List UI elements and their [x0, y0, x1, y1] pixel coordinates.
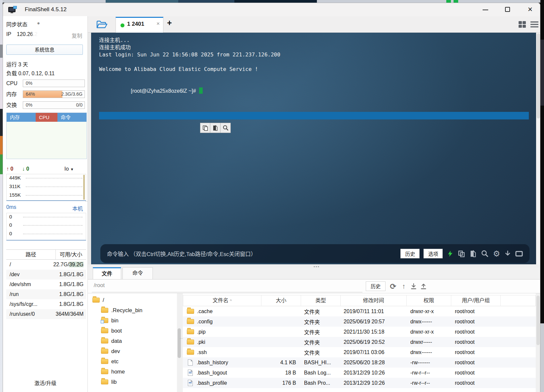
- col-perm[interactable]: 权限: [407, 295, 451, 306]
- refresh-button[interactable]: ⟳: [389, 282, 397, 291]
- folder-icon: [101, 359, 108, 364]
- copy-ip-button[interactable]: 复制: [72, 31, 82, 39]
- copy-button[interactable]: [200, 123, 210, 133]
- tree-scrollbar-thumb[interactable]: [178, 328, 181, 358]
- cmdbar-copy-button[interactable]: [458, 250, 465, 257]
- tab-close-icon[interactable]: ×: [156, 20, 160, 27]
- finalshell-window: FinalShell 4.5.12 ✕ 同步状态 ● IP 120.26.2 复…: [3, 3, 540, 392]
- tab-files[interactable]: 文件: [93, 267, 121, 279]
- file-table-scrollbar-thumb[interactable]: [536, 296, 540, 345]
- open-connection-button[interactable]: [96, 20, 107, 29]
- minimize-button[interactable]: [478, 3, 493, 16]
- new-tab-button[interactable]: +: [167, 18, 172, 28]
- ping-host[interactable]: 本机: [72, 204, 83, 212]
- terminal-float-toolbar: [200, 123, 231, 133]
- col-mtime[interactable]: 修改时间: [341, 295, 407, 306]
- file-row[interactable]: .pki 文件夹 2025/06/19 20:52drwxr----- root…: [183, 337, 536, 347]
- file-row[interactable]: .bash_history 4.1 KBBASH_HI... 2025/06/2…: [183, 357, 536, 368]
- file-row[interactable]: .pip 文件夹 2021/11/30 15:18drwxr-xr-x root…: [183, 327, 536, 337]
- col-type[interactable]: 类型: [301, 295, 341, 306]
- file-row[interactable]: .ssh 文件夹 2019/07/11 03:06drwx------ root…: [183, 347, 536, 357]
- file-row[interactable]: .config 文件夹 2025/06/19 20:57drwx------ r…: [183, 316, 536, 327]
- net-tick: 311K: [9, 183, 20, 189]
- terminal-line: 连接主机...: [99, 37, 130, 44]
- tree-item[interactable]: boot: [101, 326, 122, 336]
- tree-item[interactable]: data: [101, 336, 122, 346]
- tree-item[interactable]: dev: [101, 346, 120, 356]
- disk-row[interactable]: /sys/fs/cgr... 1.8G/1.8G: [6, 299, 86, 309]
- main-menu-button[interactable]: [530, 21, 539, 28]
- options-button[interactable]: 选项: [424, 249, 443, 258]
- tab-commands[interactable]: 命令: [122, 267, 153, 279]
- download-file-button[interactable]: [409, 282, 418, 291]
- process-col-command[interactable]: 命令: [57, 113, 86, 122]
- upload-file-button[interactable]: [419, 282, 428, 291]
- terminal-scrollbar-thumb[interactable]: [537, 33, 540, 118]
- parent-directory-button[interactable]: ↑: [399, 282, 408, 291]
- download-button[interactable]: [504, 250, 511, 257]
- panel-splitter[interactable]: •••: [88, 264, 540, 267]
- process-col-memory[interactable]: 内存: [7, 113, 36, 122]
- command-input-bar[interactable]: 命令输入 （双击Ctrl切换,Alt历史,Tab路径/命令,Esc关闭窗口） 历…: [100, 244, 529, 263]
- disk-col-path[interactable]: 路径: [6, 250, 56, 259]
- window-mode-button[interactable]: [515, 250, 523, 257]
- tree-item[interactable]: home: [101, 367, 125, 377]
- col-filename[interactable]: 文件名 ^: [183, 295, 261, 306]
- terminal[interactable]: 连接主机... 连接主机成功 Last login: Sun Jun 22 16…: [91, 33, 536, 264]
- layout-grid-button[interactable]: [518, 21, 526, 28]
- tree-item[interactable]: bin: [101, 315, 119, 326]
- folder-icon: [101, 379, 108, 384]
- maximize-button[interactable]: [500, 3, 516, 16]
- ip-value: 120.26.2: [17, 31, 37, 37]
- search-button[interactable]: [221, 123, 231, 133]
- process-col-cpu[interactable]: CPU: [36, 113, 57, 122]
- desktop-fragment: [234, 0, 317, 3]
- quick-command-button[interactable]: [447, 250, 454, 258]
- cpu-percent: 0%: [26, 80, 32, 87]
- file-table: 文件名 ^ 大小 类型 修改时间 权限 用户/用户组 .cache 文件夹 20…: [183, 293, 536, 392]
- disk-row[interactable]: / 22.7G/39.2G: [6, 260, 86, 270]
- window-icon: [515, 250, 523, 257]
- disk-row[interactable]: /run/user/0 364M/364M: [6, 309, 86, 319]
- disk-col-size[interactable]: 可用/大小: [56, 250, 86, 259]
- file-row[interactable]: .bash_logout 18 BBash Log... 2013/12/29 …: [183, 368, 536, 378]
- settings-button[interactable]: ⚙: [493, 250, 500, 257]
- tab-label: 1 2401: [127, 21, 144, 27]
- tab-session-2401[interactable]: 1 2401 ×: [116, 17, 163, 33]
- activate-upgrade-link[interactable]: 激活/升级: [3, 379, 88, 386]
- cmdbar-search-button[interactable]: [481, 250, 489, 257]
- maximize-icon: [505, 7, 510, 12]
- ping-tick: 0: [9, 214, 12, 219]
- history-button[interactable]: 历史: [400, 249, 420, 258]
- path-history-button[interactable]: 历史: [366, 281, 386, 291]
- tree-item[interactable]: .Recycle_bin: [101, 305, 142, 315]
- file-row[interactable]: .cache 文件夹 2019/07/11 11:01drwxr-xr-x ro…: [183, 306, 536, 316]
- col-owner[interactable]: 用户/用户组: [451, 295, 501, 306]
- tree-scrollbar[interactable]: [177, 293, 182, 392]
- cmdbar-paste-button[interactable]: [469, 250, 477, 257]
- path-input[interactable]: /root: [94, 282, 105, 288]
- system-info-button[interactable]: 系统信息: [6, 45, 83, 55]
- tree-splitter-handle[interactable]: ⋮: [181, 337, 182, 341]
- io-selector[interactable]: Io ▼: [64, 166, 74, 172]
- desktop-fragment: [0, 45, 3, 58]
- lightning-icon: [447, 250, 454, 258]
- disk-row[interactable]: /run 1.8G/1.8G: [6, 289, 86, 299]
- close-button[interactable]: ✕: [522, 3, 538, 16]
- net-up: ↑ 0: [6, 166, 13, 172]
- file-table-scrollbar[interactable]: [536, 295, 540, 392]
- uptime-text: 运行 3 天: [6, 60, 28, 68]
- sidebar: 同步状态 ● IP 120.26.2 复制 系统信息 运行 3 天 负载 0.0…: [3, 16, 88, 392]
- disk-row[interactable]: /dev/shm 1.8G/1.8G: [6, 279, 86, 289]
- tree-item[interactable]: etc: [101, 356, 119, 367]
- open-folder-icon: [96, 20, 107, 29]
- file-row[interactable]: .bash_profile 176 BBash Pro... 2013/12/2…: [183, 378, 536, 388]
- paste-button[interactable]: [210, 123, 221, 133]
- swap-meter: 0% 0/0: [23, 101, 85, 109]
- terminal-scrollbar[interactable]: [536, 33, 540, 264]
- col-size[interactable]: 大小: [261, 295, 301, 306]
- refresh-icon: ⟳: [390, 282, 396, 291]
- disk-row[interactable]: /dev 1.8G/1.8G: [6, 270, 86, 279]
- tree-item[interactable]: lib: [101, 377, 117, 387]
- tree-item-root[interactable]: /: [92, 295, 104, 305]
